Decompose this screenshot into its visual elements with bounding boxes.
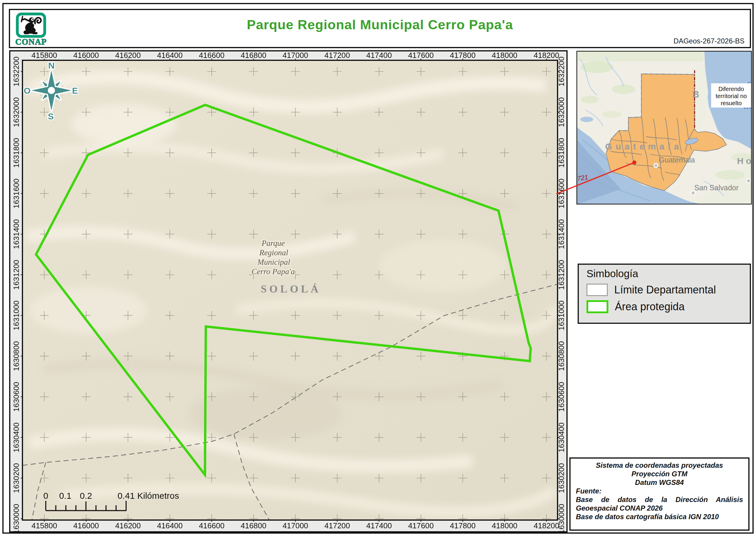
x-axis-label-top: 416200: [115, 51, 141, 60]
inset-capital-dot: [654, 163, 658, 168]
x-axis-label-top: 416800: [241, 51, 267, 60]
departmental-limit-swatch: [586, 284, 608, 296]
x-axis-label-top: 417200: [325, 51, 350, 60]
inset-country-label: Guatemala: [605, 142, 682, 151]
scalebar-label-0.2: 0.2: [80, 491, 92, 501]
y-axis-label-right: 1630400: [557, 422, 566, 452]
compass-east-label: E: [72, 86, 78, 95]
legend: Simbología Límite Departamental Área pro…: [578, 264, 751, 324]
legend-item-label: Área protegida: [615, 300, 684, 313]
y-axis-label-left: 1631400: [12, 219, 21, 249]
x-axis-label-top: 417000: [283, 51, 308, 60]
y-axis-label-left: 1630400: [12, 422, 21, 452]
legend-item-label: Límite Departamental: [614, 284, 716, 296]
x-axis-label-bottom: 417600: [408, 521, 434, 530]
y-axis-label-right: 1631000: [557, 300, 566, 330]
compass-north-label: N: [48, 61, 55, 70]
scalebar-label-0: 0: [44, 491, 48, 501]
x-axis-label-bottom: 416600: [199, 521, 224, 530]
y-axis-label-left: 1630600: [12, 382, 21, 412]
y-axis-label-right: 1631400: [557, 219, 566, 249]
x-axis-label-bottom: 416000: [73, 521, 99, 530]
legend-title: Simbología: [586, 268, 750, 280]
y-axis-label-left: 1632200: [12, 56, 21, 86]
x-axis-label-top: 417600: [408, 51, 434, 60]
area-label-line: Parque: [261, 239, 285, 248]
x-axis-label-bottom: 417400: [366, 521, 392, 530]
scalebar-label-km: 0.41 Kilómetros: [117, 491, 179, 501]
x-axis-label-bottom: 418000: [492, 521, 518, 530]
credits-source-1: Base de datos de la Dirección Análisis G…: [576, 495, 743, 512]
area-label-line: Municipal: [257, 258, 290, 267]
x-axis-label-top: 416000: [73, 51, 99, 60]
inset-city-label: San Salvador: [694, 184, 739, 192]
map-document: { "header": { "title": "Parque Regional …: [0, 0, 756, 536]
x-axis-label-bottom: 415800: [32, 521, 57, 530]
inset-neighbor-label: H o: [737, 156, 751, 166]
credits-projection: Proyección GTM: [576, 470, 743, 478]
y-axis-label-right: 1631600: [557, 179, 566, 208]
area-label-line: Regional: [259, 248, 288, 257]
callout-line: Diferendo: [718, 86, 744, 92]
y-axis-label-left: 1630800: [12, 341, 21, 371]
y-axis-label-left: 1630000: [12, 504, 21, 534]
y-axis-label-left: 1631600: [12, 179, 21, 208]
territorial-dispute-callout: Diferendo territorial no resuelto: [711, 83, 751, 108]
x-axis-label-bottom: 416800: [241, 521, 267, 530]
department-label: SOLOLÁ: [261, 283, 321, 295]
y-axis-label-left: 1630200: [12, 463, 21, 493]
x-axis-label-top: 417800: [450, 51, 476, 60]
y-axis-label-left: 1631800: [12, 138, 21, 168]
y-axis-label-right: 1630800: [557, 341, 566, 371]
credits-box: Sistema de coordenadas proyectadas Proye…: [569, 457, 749, 531]
x-axis-label-top: 416400: [157, 51, 183, 60]
callout-line: territorial no: [715, 93, 747, 99]
x-axis-label-bottom: 417200: [325, 521, 350, 530]
x-axis-label-top: 418200: [534, 51, 559, 60]
x-axis-label-top: 416600: [199, 51, 224, 60]
compass-west-label: O: [24, 86, 30, 95]
y-axis-label-left: 1631200: [12, 260, 21, 289]
credits-coordinate-system: Sistema de coordenadas proyectadas: [576, 461, 743, 470]
y-axis-label-right: 1630000: [557, 504, 566, 534]
inset-locator-map: Guatemala Guatemala San Salvador H o B G…: [577, 51, 752, 205]
inset-city-dot-2: [746, 179, 751, 183]
x-axis-label-bottom: 417000: [283, 521, 308, 530]
legend-item-protected-area: Área protegida: [586, 300, 750, 313]
inset-belize-label: B: [692, 89, 699, 100]
y-axis-label-right: 1630600: [557, 382, 566, 412]
y-axis-label-right: 1631200: [557, 260, 566, 289]
y-axis-label-left: 1632000: [12, 97, 21, 127]
credits-source-heading: Fuente:: [576, 486, 743, 495]
x-axis-label-top: 417400: [366, 51, 392, 60]
scalebar-label-0.1: 0.1: [59, 491, 72, 501]
credits-datum: Datum WGS84: [576, 478, 743, 486]
callout-line: resuelto: [721, 100, 741, 106]
x-axis-label-top: 418000: [492, 51, 518, 60]
y-axis-label-left: 1631000: [12, 300, 21, 330]
x-axis-label-top: 415800: [32, 51, 57, 60]
x-axis-label-bottom: 416400: [157, 521, 183, 530]
legend-item-departmental-limit: Límite Departamental: [586, 284, 750, 296]
y-axis-label-right: 1632200: [557, 56, 566, 86]
inset-capital-label: Guatemala: [659, 156, 695, 164]
y-axis-label-right: 1630200: [557, 463, 566, 493]
x-axis-label-bottom: 417800: [450, 521, 476, 530]
x-axis-label-bottom: 418200: [534, 521, 559, 530]
protected-area-swatch: [586, 300, 608, 313]
compass-south-label: S: [48, 112, 54, 121]
x-axis-label-bottom: 416200: [115, 521, 141, 530]
y-axis-label-right: 1631800: [557, 138, 566, 168]
y-axis-label-right: 1632000: [557, 97, 566, 127]
credits-source-2: Base de datos cartografía básica IGN 201…: [576, 512, 743, 521]
area-label-line: Cerro Papa'a: [252, 267, 295, 276]
